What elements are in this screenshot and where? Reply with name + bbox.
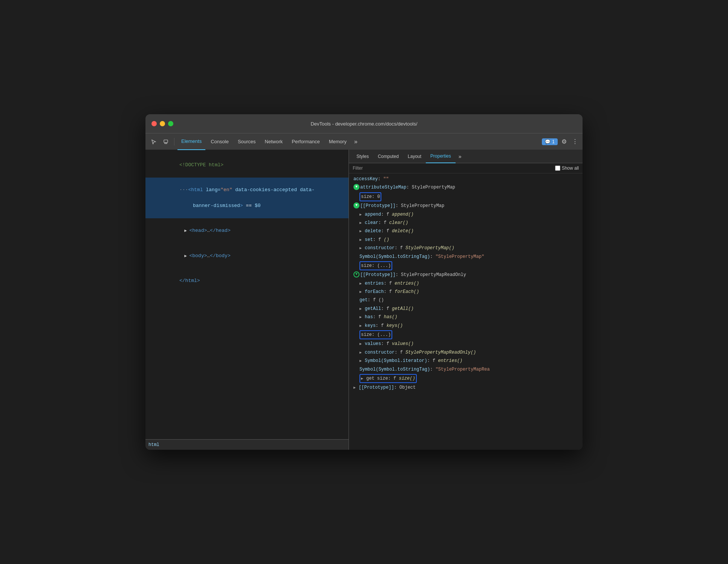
svg-rect-1	[165, 143, 167, 144]
size-zero-highlight: size: 0	[359, 192, 381, 201]
prop-has: ▶ has: f has()	[349, 313, 583, 321]
toolbar-right: 💬 1 ⚙ ⋮	[542, 136, 580, 147]
prop-attr-style-map[interactable]: ▼attributeStyleMap: StylePropertyMap	[349, 183, 583, 192]
show-all-container: Show all	[555, 166, 579, 171]
tab-memory[interactable]: Memory	[325, 133, 350, 150]
prop-append: ▶ append: f append()	[349, 210, 583, 219]
devtools-window: DevTools - developer.chrome.com/docs/dev…	[145, 114, 583, 450]
prop-proto-read[interactable]: ▼[[Prototype]]: StylePropertyMapReadOnly	[349, 271, 583, 279]
prop-getall: ▶ getAll: f getAll()	[349, 305, 583, 313]
window-title: DevTools - developer.chrome.com/docs/dev…	[310, 121, 417, 127]
filter-input[interactable]	[366, 166, 552, 171]
body-expand-arrow: ▶	[179, 254, 189, 258]
dom-panel: <!DOCTYPE html> ···<html lang="en" data-…	[145, 150, 349, 450]
show-all-checkbox[interactable]	[555, 166, 560, 171]
dom-tree[interactable]: <!DOCTYPE html> ···<html lang="en" data-…	[145, 150, 349, 439]
prop-size-0: size: 0	[349, 192, 583, 202]
prop-get: get: f ()	[349, 296, 583, 304]
tab-layout[interactable]: Layout	[403, 150, 426, 163]
expand-filled-icon-2[interactable]: ▼	[353, 202, 359, 208]
html-close-line: </html>	[145, 268, 349, 293]
body-line[interactable]: ▶ <body>…</body>	[145, 244, 349, 268]
prop-size-dotdot: size: (...)	[349, 261, 583, 271]
tab-styles[interactable]: Styles	[352, 150, 373, 163]
close-button[interactable]	[151, 121, 157, 126]
head-line[interactable]: ▶ <head>…</head>	[145, 218, 349, 243]
filter-bar: Filter Show all	[349, 163, 583, 173]
prop-constructor2: ▶ constructor: f StylePropertyMapReadOnl…	[349, 348, 583, 357]
tab-network[interactable]: Network	[261, 133, 287, 150]
prop-symbol-tostring: Symbol(Symbol.toStringTag): "StyleProper…	[349, 253, 583, 261]
tab-properties[interactable]: Properties	[426, 150, 456, 163]
breadcrumb: html	[148, 442, 159, 448]
show-all-label: Show all	[562, 166, 579, 171]
size-dots-highlight-1: size: (...)	[359, 261, 392, 270]
prop-access-key: accessKey: ""	[349, 175, 583, 183]
toolbar-divider	[174, 138, 174, 146]
prop-symbol-tostring2: Symbol(Symbol.toStringTag): "StyleProper…	[349, 365, 583, 374]
doctype-line: <!DOCTYPE html>	[145, 153, 349, 178]
inspect-icon[interactable]	[161, 136, 171, 147]
prop-proto-object: ▶ [[Prototype]]: Object	[349, 383, 583, 392]
more-tabs-icon[interactable]: »	[352, 137, 360, 147]
minimize-button[interactable]	[160, 121, 165, 126]
get-size-highlight: ▶ get size: f size()	[359, 374, 417, 383]
chat-icon: 💬	[545, 139, 551, 144]
prop-symbol-iter: ▶ Symbol(Symbol.iterator): f entries()	[349, 357, 583, 365]
prop-foreach: ▶ forEach: f forEach()	[349, 288, 583, 296]
svg-rect-0	[164, 140, 168, 143]
cursor-icon[interactable]	[148, 136, 159, 147]
expand-outline-icon[interactable]: ▼	[353, 271, 359, 277]
tab-computed[interactable]: Computed	[373, 150, 403, 163]
prop-size-dotdot2: size: (...)	[349, 330, 583, 340]
head-expand-arrow: ▶	[179, 228, 189, 233]
properties-panel[interactable]: accessKey: "" ▼attributeStyleMap: StyleP…	[349, 173, 583, 450]
prop-values: ▶ values: f values()	[349, 340, 583, 348]
breadcrumb-bar: html	[145, 439, 349, 450]
more-options-icon[interactable]: ⋮	[570, 136, 580, 147]
tab-sources[interactable]: Sources	[234, 133, 260, 150]
prop-keys: ▶ keys: f keys()	[349, 322, 583, 330]
chat-badge-button[interactable]: 💬 1	[542, 138, 558, 145]
filter-label: Filter	[353, 166, 363, 171]
prop-clear: ▶ clear: f clear()	[349, 219, 583, 227]
prop-get-size: ▶ get size: f size()	[349, 374, 583, 383]
prop-delete: ▶ delete: f delete()	[349, 227, 583, 235]
settings-icon[interactable]: ⚙	[560, 136, 568, 147]
fullscreen-button[interactable]	[168, 121, 173, 126]
tab-elements[interactable]: Elements	[177, 133, 205, 150]
right-more-tabs-icon[interactable]: »	[457, 152, 463, 161]
titlebar: DevTools - developer.chrome.com/docs/dev…	[145, 114, 583, 133]
prop-entries: ▶ entries: f entries()	[349, 279, 583, 288]
badge-count: 1	[552, 139, 555, 144]
expand-filled-icon[interactable]: ▼	[353, 184, 359, 190]
traffic-lights	[151, 121, 173, 126]
prop-proto-style[interactable]: ▼[[Prototype]]: StylePropertyMap	[349, 202, 583, 210]
prop-constructor: ▶ constructor: f StylePropertyMap()	[349, 244, 583, 252]
right-panel: Styles Computed Layout Properties » Filt…	[349, 150, 583, 450]
main-toolbar: Elements Console Sources Network Perform…	[145, 133, 583, 150]
prop-set: ▶ set: f ()	[349, 236, 583, 244]
size-dots-highlight-2: size: (...)	[359, 330, 392, 339]
main-content: <!DOCTYPE html> ···<html lang="en" data-…	[145, 150, 583, 450]
tab-console[interactable]: Console	[207, 133, 232, 150]
right-tab-bar: Styles Computed Layout Properties »	[349, 150, 583, 163]
tab-performance[interactable]: Performance	[288, 133, 323, 150]
html-element-line[interactable]: ···<html lang="en" data-cookies-accepted…	[145, 178, 349, 218]
